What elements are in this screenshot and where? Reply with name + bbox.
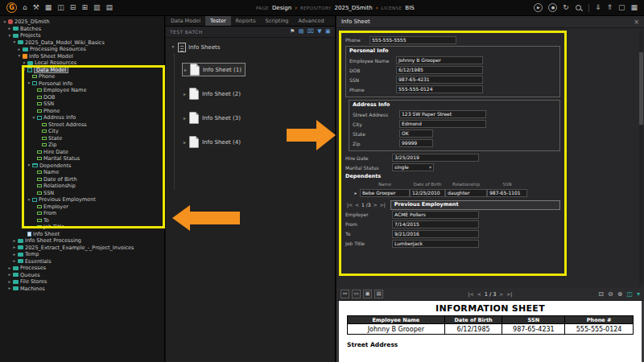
tree-item-batches[interactable]: ▸Batches <box>0 26 164 33</box>
prev-page-button[interactable]: < <box>355 202 359 208</box>
fit-page-icon[interactable]: ▭ <box>352 290 361 298</box>
expander-icon[interactable]: ▾ <box>22 68 27 72</box>
tree-item-job-title[interactable]: Job Title <box>0 224 164 231</box>
search-icon[interactable] <box>575 4 583 12</box>
tree-item-date-of-birth[interactable]: Date of Birth <box>0 176 164 183</box>
dropdown-chevron-icon[interactable]: ▾ <box>637 291 640 298</box>
refresh-icon[interactable]: ↻ <box>563 4 569 11</box>
tree-item-dob[interactable]: DOB <box>0 94 164 101</box>
tree-item-marital-status[interactable]: Marital Status <box>0 155 164 162</box>
tree-item-2025-extract-example-project-invoices[interactable]: ▸2025_Extract_Example_-_Project_Invoices <box>0 245 164 252</box>
scrollbar-thumb[interactable] <box>639 52 643 125</box>
info-sheet-item[interactable]: ▸Info Sheet (4) <box>182 135 244 149</box>
tab-tester[interactable]: Tester <box>205 16 230 26</box>
field-input[interactable]: 555-555-0124 <box>396 85 483 93</box>
expander-icon[interactable]: ▸ <box>12 245 17 250</box>
expander-icon[interactable]: ▾ <box>2 20 7 25</box>
tab-scripting[interactable]: Scripting <box>261 16 294 26</box>
expander-icon[interactable]: ▸ <box>7 286 12 291</box>
infrastructure-icon[interactable]: ▤ <box>105 4 113 11</box>
tree-item-temp[interactable]: ▸Temp <box>0 251 164 258</box>
tree-item-info-sheet[interactable]: Info Sheet <box>0 231 164 238</box>
tab-reports[interactable]: Reports <box>231 16 261 26</box>
hire-date-input[interactable]: 3/25/2019 <box>392 154 479 162</box>
field-input[interactable]: 6/12/1985 <box>396 66 483 74</box>
field-input[interactable]: 9/21/2016 <box>392 230 479 238</box>
tree-item-to[interactable]: To <box>0 217 164 224</box>
field-input[interactable]: 123 SW Paper Street <box>399 110 486 118</box>
filter-icon[interactable]: ▼ <box>317 29 322 35</box>
phone-input[interactable]: 555-555-5555 <box>369 36 456 44</box>
tree-item-hire-date[interactable]: Hire Date <box>0 149 164 156</box>
book-icon[interactable]: ▣ <box>325 29 331 35</box>
dependents-row[interactable]: ▸Bebe Grooper12/25/2010daughter987-65-11… <box>352 188 560 198</box>
expander-icon[interactable]: ▸ <box>184 115 186 121</box>
tree-item-machines[interactable]: ▸Machines <box>0 286 164 293</box>
expander-icon[interactable]: ▸ <box>184 91 186 97</box>
expander-icon[interactable]: ▸ <box>7 27 12 31</box>
expander-icon[interactable]: ▸ <box>7 266 12 271</box>
stats-icon[interactable]: ▥ <box>93 4 101 11</box>
tab-data-model[interactable]: Data Model <box>166 16 205 26</box>
grooper-logo-icon[interactable]: G <box>6 2 17 13</box>
tree-item-state[interactable]: State <box>0 135 164 142</box>
zoom-out-icon[interactable]: ⊖ <box>608 291 613 298</box>
field-input[interactable]: Lumberjack <box>392 240 479 248</box>
expander-icon[interactable]: ▾ <box>27 198 31 203</box>
expander-icon[interactable]: ▾ <box>17 54 22 59</box>
dependents-cell[interactable]: Bebe Grooper <box>360 189 410 197</box>
apps-icon[interactable]: ▦ <box>630 4 638 11</box>
prev-page-button[interactable]: < <box>477 291 481 297</box>
expander-icon[interactable]: ▸ <box>184 139 186 145</box>
expander-icon[interactable]: ▾ <box>7 34 12 39</box>
tree-item-from[interactable]: From <box>0 210 164 217</box>
dependents-cell[interactable]: daughter <box>445 189 487 197</box>
next-page-button[interactable]: > <box>374 202 378 208</box>
row-selector-icon[interactable]: ▸ <box>352 191 360 195</box>
thumbnails-icon[interactable]: ▤ <box>374 290 383 298</box>
info-sheet-item[interactable]: ▸Info Sheet (3) <box>182 111 244 125</box>
tree-item-zip[interactable]: Zip <box>0 142 164 149</box>
expander-icon[interactable]: ▸ <box>17 47 22 52</box>
tree-item-ssn[interactable]: SSN <box>0 101 164 108</box>
tree-item-employer[interactable]: Employer <box>0 204 164 211</box>
info-sheet-item[interactable]: ▸Info Sheet (1) <box>182 63 246 76</box>
expander-icon[interactable]: ▸ <box>184 67 187 72</box>
flag-icon[interactable]: ⚑ <box>290 29 295 35</box>
field-input[interactable]: ACME Pollers <box>392 211 479 219</box>
tree-item-file-stores[interactable]: ▸File Stores <box>0 278 164 286</box>
exports-icon[interactable]: ⊞ <box>81 4 88 11</box>
info-sheet-item[interactable]: ▸Info Sheet (2) <box>182 87 244 101</box>
tree-item-processing-resources[interactable]: ▸Processing Resources <box>0 46 164 53</box>
field-input[interactable]: Edmond <box>399 120 486 128</box>
info-sheets-root[interactable]: ▾ Info Sheets <box>171 43 335 52</box>
zoom-in-icon[interactable]: ⊕ <box>617 291 623 298</box>
expander-icon[interactable]: ▸ <box>7 280 12 285</box>
tree-item-projects[interactable]: ▾Projects <box>0 32 164 39</box>
field-input[interactable]: OK <box>399 130 433 138</box>
field-input[interactable]: 99999 <box>399 139 433 147</box>
tree-item-personal-info[interactable]: ▾Personal Info <box>0 80 164 88</box>
expander-icon[interactable]: ▾ <box>31 116 36 121</box>
tree-item-local-resources[interactable]: ▾Local Resources <box>0 60 164 67</box>
expander-icon[interactable]: ▸ <box>12 239 17 244</box>
field-input[interactable]: Johnny B Grooper <box>396 56 483 64</box>
tree-item-2025-data-model-wiki-basics[interactable]: ▾2025_Data_Model_Wiki_Basics <box>0 39 164 47</box>
print-icon[interactable]: ⊡ <box>598 291 604 298</box>
tree-item-street-address[interactable]: Street Address <box>0 121 164 129</box>
home-icon[interactable]: ⌂ <box>23 4 27 11</box>
batches-icon[interactable]: ▦ <box>45 4 52 11</box>
expander-icon[interactable]: ▾ <box>27 163 31 168</box>
tree-item-city[interactable]: City <box>0 128 164 135</box>
tree-item-dependents[interactable]: ▾Dependents <box>0 162 164 170</box>
display-mode-icon[interactable]: ◫ <box>626 291 633 298</box>
first-page-button[interactable]: |< <box>469 291 474 297</box>
marital-status-select[interactable]: single ▾ <box>392 163 434 171</box>
trash-icon[interactable]: ⌧ <box>308 29 314 35</box>
last-page-button[interactable]: >| <box>380 202 386 208</box>
field-input[interactable]: 7/14/2015 <box>392 220 479 228</box>
imports-icon[interactable]: ⊟ <box>70 4 76 11</box>
tree-item-ssn[interactable]: SSN <box>0 190 164 197</box>
last-page-button[interactable]: >| <box>506 291 512 297</box>
tree-item-phone[interactable]: Phone <box>0 108 164 115</box>
